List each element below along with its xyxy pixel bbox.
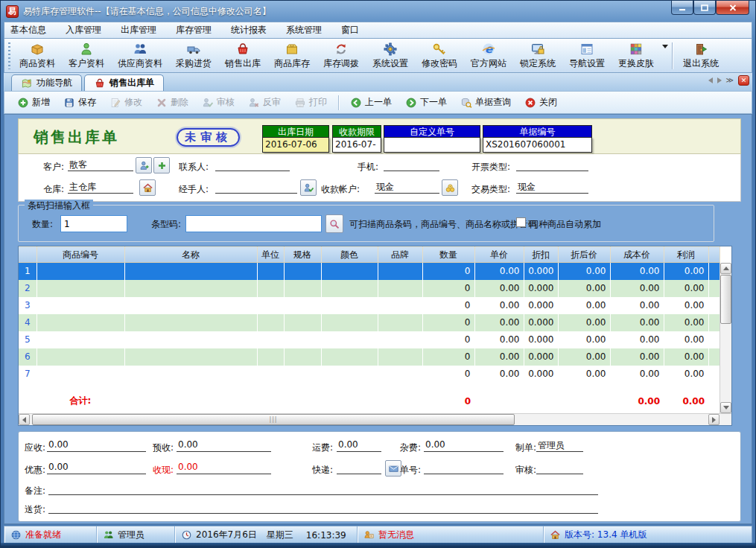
grid-cell[interactable] bbox=[321, 331, 378, 348]
grid-cell[interactable]: 0.00 bbox=[664, 280, 708, 297]
grid-cell[interactable] bbox=[124, 297, 257, 314]
grid-cell[interactable] bbox=[708, 280, 720, 297]
grid-cell[interactable]: 0 bbox=[422, 314, 474, 331]
save-button[interactable]: 保存 bbox=[58, 94, 101, 111]
grid-row[interactable]: 700.000.0000.000.000.00 bbox=[19, 366, 720, 383]
grid-cell[interactable]: 0.00 bbox=[474, 348, 524, 366]
toolbar-sales-out[interactable]: 销售出库 bbox=[218, 40, 267, 71]
grid-cell[interactable]: 7 bbox=[19, 366, 36, 383]
tab-close-icon[interactable]: ✕ bbox=[738, 75, 749, 86]
grid-cell[interactable]: 0 bbox=[422, 263, 474, 280]
grid-cell[interactable]: 0 bbox=[422, 297, 474, 314]
print-button[interactable]: 打印 bbox=[289, 94, 332, 111]
menu-inventory[interactable]: 库存管理 bbox=[176, 24, 212, 36]
close-order-button[interactable]: 关闭 bbox=[519, 94, 562, 111]
grid-cell[interactable] bbox=[708, 263, 720, 280]
grid-cell[interactable]: 0 bbox=[422, 280, 474, 297]
grid-cell[interactable] bbox=[708, 331, 720, 348]
trade-type-input[interactable]: 现金 bbox=[516, 181, 588, 194]
grid-header[interactable]: 折扣 bbox=[524, 247, 558, 263]
grid-cell[interactable]: 0.00 bbox=[558, 314, 610, 331]
grid-cell[interactable] bbox=[284, 348, 321, 366]
grid-cell[interactable]: 6 bbox=[19, 348, 36, 366]
grid-cell[interactable]: 0.00 bbox=[474, 331, 524, 348]
freight-input[interactable]: 0.00 bbox=[337, 439, 381, 452]
grid-header[interactable]: 颜色 bbox=[321, 247, 378, 263]
grid-cell[interactable]: 0.00 bbox=[474, 366, 524, 383]
grid-header[interactable]: 名称 bbox=[124, 247, 257, 263]
misc-fee-input[interactable]: 0.00 bbox=[424, 439, 504, 452]
grid-row[interactable]: 500.000.0000.000.000.00 bbox=[19, 331, 720, 348]
pick-warehouse-button[interactable] bbox=[139, 179, 156, 196]
grid-cell[interactable] bbox=[257, 263, 284, 280]
grid-cell[interactable] bbox=[36, 263, 124, 280]
grid-cell[interactable] bbox=[257, 297, 284, 314]
grid-cell[interactable]: 0.00 bbox=[558, 297, 610, 314]
grid-cell[interactable]: 0.000 bbox=[524, 331, 558, 348]
grid-cell[interactable] bbox=[36, 331, 124, 348]
grid-cell[interactable] bbox=[321, 348, 378, 366]
grid-cell[interactable]: 0 bbox=[422, 331, 474, 348]
grid-cell[interactable]: 0.00 bbox=[610, 297, 664, 314]
unaudit-button[interactable]: 反审 bbox=[243, 94, 286, 111]
titlebar[interactable]: 易 易特库存管理软件--【请在基本信息，公司信息中修改公司名】 bbox=[1, 1, 755, 22]
grid-cell[interactable] bbox=[378, 314, 422, 331]
prev-order-button[interactable]: 上一单 bbox=[345, 94, 397, 111]
grid-cell[interactable]: 0.00 bbox=[610, 348, 664, 366]
menu-system[interactable]: 系统管理 bbox=[286, 24, 322, 36]
receivable-input[interactable]: 0.00 bbox=[47, 439, 146, 452]
pick-handler-button[interactable] bbox=[300, 179, 317, 196]
grid-cell[interactable]: 0.00 bbox=[610, 280, 664, 297]
grid-row[interactable]: 200.000.0000.000.000.00 bbox=[19, 280, 720, 297]
menu-basic-info[interactable]: 基本信息 bbox=[10, 24, 46, 36]
grid-cell[interactable]: 0.000 bbox=[524, 314, 558, 331]
grid-cell[interactable] bbox=[36, 348, 124, 366]
grid-row[interactable]: 400.000.0000.000.000.00 bbox=[19, 314, 720, 331]
delete-button[interactable]: 删除 bbox=[150, 94, 194, 111]
toolbar-exit-system[interactable]: 退出系统 bbox=[676, 40, 725, 71]
grid-cell[interactable] bbox=[321, 297, 378, 314]
pick-account-button[interactable] bbox=[442, 179, 458, 196]
grid-cell[interactable]: 0.00 bbox=[610, 331, 664, 348]
grid-cell[interactable] bbox=[321, 366, 378, 383]
handler-input[interactable] bbox=[215, 181, 297, 194]
grid-cell[interactable] bbox=[124, 331, 257, 348]
add-customer-button[interactable] bbox=[153, 157, 170, 173]
menu-window[interactable]: 窗口 bbox=[341, 24, 359, 36]
grid-cell[interactable]: 0.000 bbox=[524, 297, 558, 314]
skin-dropdown-arrow-icon[interactable] bbox=[662, 45, 668, 48]
warehouse-input[interactable]: 主仓库 bbox=[68, 181, 133, 194]
express-pick-button[interactable] bbox=[385, 460, 401, 477]
grid-cell[interactable] bbox=[378, 366, 422, 383]
grid-cell[interactable] bbox=[284, 366, 321, 383]
grid-cell[interactable] bbox=[321, 314, 378, 331]
minimize-button[interactable] bbox=[671, 1, 693, 15]
grid-row[interactable]: 600.000.0000.000.000.00 bbox=[19, 348, 720, 366]
qty-input[interactable] bbox=[60, 215, 127, 232]
grid-cell[interactable] bbox=[124, 280, 257, 297]
grid-cell[interactable]: 0.00 bbox=[610, 314, 664, 331]
toolbar-product-stock[interactable]: 商品库存 bbox=[267, 40, 317, 71]
grid-header-rownum[interactable] bbox=[19, 247, 36, 263]
grid-cell[interactable]: 0.00 bbox=[474, 280, 524, 297]
tab-list-icon[interactable]: ≫ bbox=[726, 77, 734, 83]
grid-header[interactable]: 成本价 bbox=[610, 247, 664, 263]
pick-customer-button[interactable] bbox=[136, 157, 152, 173]
grid-row[interactable]: 300.000.0000.000.000.00 bbox=[19, 297, 720, 314]
cash-received-input[interactable]: 0.00 bbox=[177, 462, 271, 474]
grid-cell[interactable] bbox=[36, 297, 124, 314]
grid-cell[interactable] bbox=[284, 297, 321, 314]
grid-cell[interactable] bbox=[36, 314, 124, 331]
grid-cell[interactable] bbox=[36, 280, 124, 297]
grid-cell[interactable]: 0.00 bbox=[474, 263, 524, 280]
grid-cell[interactable] bbox=[321, 280, 378, 297]
grid-cell[interactable] bbox=[378, 348, 422, 366]
grid-cell[interactable] bbox=[321, 263, 378, 280]
toolbar-customer-data[interactable]: 客户资料 bbox=[62, 40, 111, 71]
grid-header[interactable]: 折后价 bbox=[558, 247, 610, 263]
tab-scroll-right-icon[interactable] bbox=[717, 77, 722, 83]
grid-cell[interactable]: 2 bbox=[19, 280, 36, 297]
grid-header[interactable]: 利润 bbox=[664, 247, 708, 263]
scroll-left-button[interactable] bbox=[19, 414, 30, 425]
delivery-input[interactable] bbox=[48, 501, 598, 514]
